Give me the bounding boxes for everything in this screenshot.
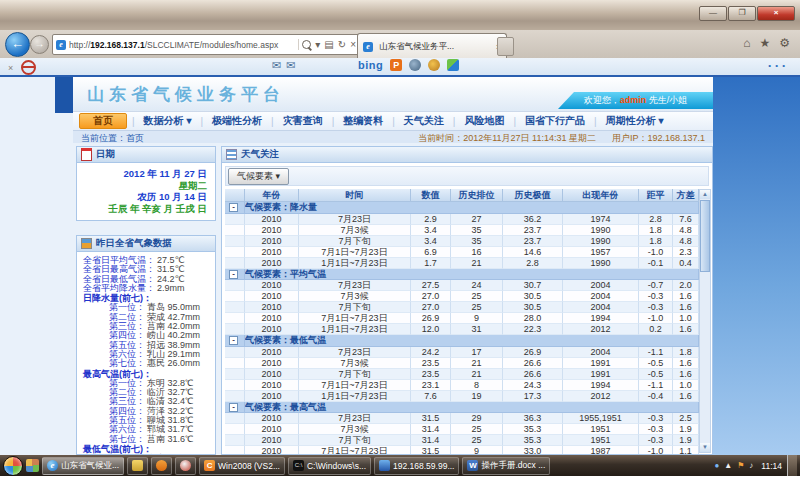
nav-item-5[interactable]: 整编资料 <box>334 114 392 128</box>
show-hidden-icons[interactable]: ▲ <box>724 461 732 471</box>
taskbar-window-cmd[interactable]: C:\C:\Windows\s... <box>288 457 371 475</box>
dropdown-icon[interactable]: ▾ <box>315 39 320 50</box>
refresh-icon[interactable]: ↻ <box>338 39 346 50</box>
table-row[interactable]: 20107月下旬27.02530.52004-0.31.6 <box>225 302 699 313</box>
close-button[interactable]: × <box>757 6 795 21</box>
envelope-icon[interactable]: ✉ <box>286 59 295 72</box>
stop-icon[interactable]: × <box>350 39 356 50</box>
taskbar-window-ie[interactable]: e山东省气候业... <box>42 457 124 475</box>
table-row[interactable]: 20107月下旬23.52126.61991-0.51.6 <box>225 369 699 380</box>
column-header[interactable]: 距平 <box>639 189 673 202</box>
prohibition-icon[interactable] <box>21 60 36 75</box>
group-row[interactable]: -气候要素：降水量 <box>225 202 699 214</box>
paw-icon[interactable] <box>428 59 440 71</box>
back-button[interactable]: ← <box>5 32 30 57</box>
nav-item-7[interactable]: 风险地图 <box>455 114 513 128</box>
maximize-button[interactable]: ❐ <box>728 6 756 21</box>
table-cell: 26.9 <box>503 347 563 358</box>
group-row[interactable]: -气候要素：最高气温 <box>225 402 699 414</box>
table-cell: 1.8 <box>673 347 699 358</box>
volume-icon[interactable]: ♪ <box>749 461 753 471</box>
scrollbar-thumb[interactable] <box>700 200 710 272</box>
column-header[interactable]: 出现年份 <box>563 189 639 202</box>
close-toolbar-icon[interactable]: × <box>8 63 13 73</box>
collapse-icon[interactable]: - <box>229 270 238 279</box>
taskbar-window-word[interactable]: W操作手册.docx ... <box>462 457 550 475</box>
table-row[interactable]: 20107月3候3.43523.719901.84.8 <box>225 225 699 236</box>
group-row[interactable]: -气候要素：平均气温 <box>225 269 699 281</box>
card-icon[interactable]: ✉ <box>272 59 281 72</box>
table-row[interactable]: 20107月下旬3.43523.719901.84.8 <box>225 236 699 247</box>
taskbar-window-folder[interactable] <box>127 457 148 475</box>
browser-tab[interactable]: e 山东省气候业务平... × <box>357 33 507 59</box>
network-globe-icon[interactable]: ● <box>714 461 719 471</box>
show-desktop-button[interactable] <box>787 455 797 476</box>
table-row[interactable]: 20107月3候31.42535.31951-0.31.9 <box>225 424 699 435</box>
table-row[interactable]: 20107月23日2.92736.219742.87.6 <box>225 214 699 225</box>
table-row[interactable]: 20107月下旬31.42535.31951-0.31.9 <box>225 435 699 446</box>
nav-item-6[interactable]: 天气关注 <box>395 114 453 128</box>
group-row[interactable]: -气候要素：最低气温 <box>225 335 699 347</box>
column-header[interactable]: 历史极值 <box>503 189 563 202</box>
filter-toolbar: 气候要素 ▾ <box>225 166 709 186</box>
new-tab-button[interactable] <box>497 37 514 56</box>
table-row[interactable]: 20107月23日31.52936.31955,1951-0.32.5 <box>225 413 699 424</box>
tab-title[interactable]: 山东省气候业务平... <box>379 41 493 53</box>
minimize-button[interactable]: — <box>699 6 727 21</box>
url-text[interactable]: http://192.168.137.1/SLCCLIMATE/modules/… <box>69 40 298 50</box>
table-row[interactable]: 20107月1日~7月23日26.9928.01994-1.01.0 <box>225 313 699 324</box>
bing-logo[interactable]: bing <box>358 59 383 71</box>
taskbar-window-media[interactable] <box>175 457 196 475</box>
taskbar-window-net[interactable]: 192.168.59.99... <box>374 457 459 475</box>
table-cell: 2012 <box>563 324 639 335</box>
table-row[interactable]: 20107月23日27.52430.72004-0.72.0 <box>225 280 699 291</box>
p-badge-icon[interactable]: P <box>390 59 402 71</box>
nav-item-1[interactable]: 首页 <box>79 113 127 129</box>
table-row[interactable]: 20107月1日~7月23日6.91614.61957-1.02.3 <box>225 247 699 258</box>
favorites-star-icon[interactable]: ★ <box>759 36 770 50</box>
taskbar-clock[interactable]: 11:14 <box>761 461 782 471</box>
taskbar-window-wmp[interactable] <box>151 457 172 475</box>
camera-icon[interactable] <box>409 59 421 71</box>
table-row[interactable]: 20107月1日~7月23日23.1824.31994-1.11.0 <box>225 380 699 391</box>
climate-element-button[interactable]: 气候要素 ▾ <box>228 168 289 185</box>
column-header[interactable]: 数值 <box>411 189 451 202</box>
table-cell: 2010 <box>245 247 299 258</box>
collapse-icon[interactable]: - <box>229 336 238 345</box>
pinned-app-icon[interactable] <box>26 459 39 472</box>
action-center-flag-icon[interactable]: ⚑ <box>737 461 744 471</box>
table-row[interactable]: 20107月23日24.21726.92004-1.11.8 <box>225 347 699 358</box>
column-header[interactable]: 时间 <box>299 189 411 202</box>
gallery-icon[interactable] <box>447 59 459 71</box>
start-button[interactable] <box>3 456 23 476</box>
column-header[interactable]: 历史排位 <box>451 189 503 202</box>
scroll-down-icon[interactable]: ▼ <box>700 443 710 452</box>
gear-icon[interactable]: ⚙ <box>779 36 790 50</box>
compatibility-icon[interactable]: ▤ <box>324 39 333 50</box>
scroll-up-icon[interactable]: ▲ <box>700 190 710 199</box>
nav-item-9[interactable]: 周期性分析 ▾ <box>597 114 673 128</box>
vertical-scrollbar[interactable]: ▲ ▼ <box>699 189 711 453</box>
nav-item-2[interactable]: 数据分析 ▾ <box>135 114 201 128</box>
table-row[interactable]: 20101月1日~7月23日12.03122.320120.21.6 <box>225 324 699 335</box>
overflow-icon[interactable]: • • • <box>768 61 786 70</box>
table-row[interactable]: 20107月1日~7月23日31.5933.01987-1.01.1 <box>225 446 699 454</box>
column-header[interactable]: 年份 <box>245 189 299 202</box>
column-header[interactable]: 方差 <box>673 189 699 202</box>
table-row[interactable]: 20101月1日~7月23日1.7212.81990-0.10.4 <box>225 258 699 269</box>
forward-button[interactable]: → <box>30 35 49 54</box>
taskbar-window-win2008[interactable]: CWin2008 (VS2... <box>199 457 285 475</box>
nav-item-3[interactable]: 极端性分析 <box>203 114 271 128</box>
home-icon[interactable]: ⌂ <box>743 36 750 50</box>
address-bar[interactable]: e http://192.168.137.1/SLCCLIMATE/module… <box>52 34 360 55</box>
nav-item-8[interactable]: 国省下行产品 <box>516 114 594 128</box>
collapse-icon[interactable]: - <box>229 203 238 212</box>
table-row[interactable]: 20107月3候27.02530.52004-0.31.6 <box>225 291 699 302</box>
table-cell: 1.6 <box>673 358 699 369</box>
table-row[interactable]: 20101月1日~7月23日7.61917.32012-0.41.6 <box>225 391 699 402</box>
nav-item-4[interactable]: 灾害查询 <box>274 114 332 128</box>
search-icon[interactable] <box>302 40 311 49</box>
table-cell: 35 <box>451 225 503 236</box>
collapse-icon[interactable]: - <box>229 403 238 412</box>
table-row[interactable]: 20107月3候23.52126.61991-0.51.6 <box>225 358 699 369</box>
